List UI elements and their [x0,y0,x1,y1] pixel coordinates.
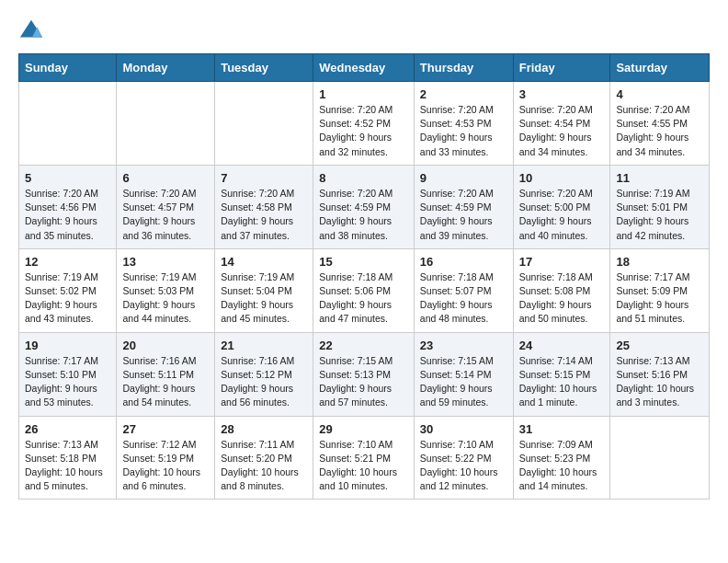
day-of-week-header: Saturday [610,54,710,82]
day-of-week-header: Tuesday [215,54,313,82]
day-number: 8 [319,171,408,185]
calendar-week-row: 12Sunrise: 7:19 AMSunset: 5:02 PMDayligh… [19,248,710,332]
day-info: Sunrise: 7:16 AMSunset: 5:11 PMDaylight:… [122,354,209,410]
calendar-day-cell: 9Sunrise: 7:20 AMSunset: 4:59 PMDaylight… [414,165,513,248]
day-of-week-header: Thursday [414,54,513,82]
calendar-day-cell: 7Sunrise: 7:20 AMSunset: 4:58 PMDaylight… [215,165,313,248]
calendar-day-cell [117,82,215,166]
calendar-week-row: 5Sunrise: 7:20 AMSunset: 4:56 PMDaylight… [19,165,710,248]
calendar-day-cell: 4Sunrise: 7:20 AMSunset: 4:55 PMDaylight… [610,82,710,166]
calendar-day-cell: 13Sunrise: 7:19 AMSunset: 5:03 PMDayligh… [117,248,215,332]
calendar-day-cell: 29Sunrise: 7:10 AMSunset: 5:21 PMDayligh… [313,416,415,500]
day-number: 13 [122,255,209,269]
day-info: Sunrise: 7:19 AMSunset: 5:02 PMDaylight:… [25,270,110,327]
day-number: 29 [319,422,408,436]
day-info: Sunrise: 7:12 AMSunset: 5:19 PMDaylight:… [122,438,209,494]
day-info: Sunrise: 7:14 AMSunset: 5:15 PMDaylight:… [519,354,605,410]
calendar-day-cell: 28Sunrise: 7:11 AMSunset: 5:20 PMDayligh… [215,416,313,500]
day-number: 24 [519,339,605,352]
day-info: Sunrise: 7:10 AMSunset: 5:22 PMDaylight:… [420,438,507,494]
day-number: 6 [122,171,209,185]
day-info: Sunrise: 7:15 AMSunset: 5:14 PMDaylight:… [420,354,507,410]
day-info: Sunrise: 7:13 AMSunset: 5:18 PMDaylight:… [25,438,110,494]
calendar-day-cell: 2Sunrise: 7:20 AMSunset: 4:53 PMDaylight… [414,82,513,166]
day-info: Sunrise: 7:20 AMSunset: 4:55 PMDaylight:… [616,103,703,159]
day-info: Sunrise: 7:17 AMSunset: 5:09 PMDaylight:… [616,270,703,327]
day-number: 20 [122,339,209,352]
day-info: Sunrise: 7:20 AMSunset: 4:58 PMDaylight:… [221,187,307,243]
day-number: 15 [319,255,408,269]
day-info: Sunrise: 7:18 AMSunset: 5:06 PMDaylight:… [319,270,408,327]
calendar-day-cell: 21Sunrise: 7:16 AMSunset: 5:12 PMDayligh… [215,332,313,416]
calendar-day-cell: 20Sunrise: 7:16 AMSunset: 5:11 PMDayligh… [117,332,215,416]
calendar-day-cell: 1Sunrise: 7:20 AMSunset: 4:52 PMDaylight… [313,82,415,166]
day-number: 17 [519,255,605,269]
day-of-week-header: Sunday [19,54,117,82]
calendar-day-cell: 16Sunrise: 7:18 AMSunset: 5:07 PMDayligh… [414,248,513,332]
calendar-day-cell [215,82,313,166]
calendar-day-cell: 3Sunrise: 7:20 AMSunset: 4:54 PMDaylight… [513,82,610,166]
calendar-day-cell: 19Sunrise: 7:17 AMSunset: 5:10 PMDayligh… [19,332,117,416]
day-info: Sunrise: 7:20 AMSunset: 4:53 PMDaylight:… [420,103,507,159]
day-number: 25 [616,339,703,352]
day-info: Sunrise: 7:20 AMSunset: 4:59 PMDaylight:… [319,187,408,243]
calendar-day-cell: 11Sunrise: 7:19 AMSunset: 5:01 PMDayligh… [610,165,710,248]
calendar-day-cell: 27Sunrise: 7:12 AMSunset: 5:19 PMDayligh… [117,416,215,500]
day-number: 2 [420,87,507,101]
day-info: Sunrise: 7:17 AMSunset: 5:10 PMDaylight:… [25,354,110,410]
day-number: 3 [519,87,605,101]
day-number: 31 [519,422,605,436]
day-number: 11 [616,171,703,185]
day-number: 7 [221,171,307,185]
calendar-day-cell: 23Sunrise: 7:15 AMSunset: 5:14 PMDayligh… [414,332,513,416]
calendar-day-cell: 17Sunrise: 7:18 AMSunset: 5:08 PMDayligh… [513,248,610,332]
calendar-week-row: 26Sunrise: 7:13 AMSunset: 5:18 PMDayligh… [19,416,710,500]
day-info: Sunrise: 7:20 AMSunset: 5:00 PMDaylight:… [519,187,605,243]
day-info: Sunrise: 7:20 AMSunset: 4:54 PMDaylight:… [519,103,605,159]
day-number: 1 [319,87,408,101]
calendar-day-cell: 30Sunrise: 7:10 AMSunset: 5:22 PMDayligh… [414,416,513,500]
calendar-day-cell: 24Sunrise: 7:14 AMSunset: 5:15 PMDayligh… [513,332,610,416]
day-info: Sunrise: 7:16 AMSunset: 5:12 PMDaylight:… [221,354,307,410]
day-info: Sunrise: 7:15 AMSunset: 5:13 PMDaylight:… [319,354,408,410]
calendar-week-row: 1Sunrise: 7:20 AMSunset: 4:52 PMDaylight… [19,82,710,166]
day-info: Sunrise: 7:20 AMSunset: 4:52 PMDaylight:… [319,103,408,159]
calendar-day-cell: 10Sunrise: 7:20 AMSunset: 5:00 PMDayligh… [513,165,610,248]
day-number: 14 [221,255,307,269]
day-info: Sunrise: 7:19 AMSunset: 5:01 PMDaylight:… [616,187,703,243]
calendar-day-cell: 6Sunrise: 7:20 AMSunset: 4:57 PMDaylight… [117,165,215,248]
day-number: 19 [25,339,110,352]
day-number: 5 [25,171,110,185]
day-info: Sunrise: 7:11 AMSunset: 5:20 PMDaylight:… [221,438,307,494]
day-info: Sunrise: 7:13 AMSunset: 5:16 PMDaylight:… [616,354,703,410]
calendar-day-cell: 12Sunrise: 7:19 AMSunset: 5:02 PMDayligh… [19,248,117,332]
calendar-day-cell: 5Sunrise: 7:20 AMSunset: 4:56 PMDaylight… [19,165,117,248]
calendar-table: SundayMondayTuesdayWednesdayThursdayFrid… [18,53,710,500]
calendar-day-cell: 8Sunrise: 7:20 AMSunset: 4:59 PMDaylight… [313,165,415,248]
day-number: 26 [25,422,110,436]
day-of-week-header: Wednesday [313,54,415,82]
logo [18,18,48,44]
day-info: Sunrise: 7:18 AMSunset: 5:08 PMDaylight:… [519,270,605,327]
calendar-day-cell: 25Sunrise: 7:13 AMSunset: 5:16 PMDayligh… [610,332,710,416]
day-info: Sunrise: 7:09 AMSunset: 5:23 PMDaylight:… [519,438,605,494]
day-info: Sunrise: 7:10 AMSunset: 5:21 PMDaylight:… [319,438,408,494]
day-number: 18 [616,255,703,269]
day-number: 21 [221,339,307,352]
calendar-day-cell [610,416,710,500]
day-info: Sunrise: 7:20 AMSunset: 4:57 PMDaylight:… [122,187,209,243]
calendar-day-cell: 15Sunrise: 7:18 AMSunset: 5:06 PMDayligh… [313,248,415,332]
day-number: 22 [319,339,408,352]
logo-icon [18,18,44,44]
day-info: Sunrise: 7:20 AMSunset: 4:59 PMDaylight:… [420,187,507,243]
day-number: 28 [221,422,307,436]
day-info: Sunrise: 7:19 AMSunset: 5:03 PMDaylight:… [122,270,209,327]
day-info: Sunrise: 7:20 AMSunset: 4:56 PMDaylight:… [25,187,110,243]
day-number: 23 [420,339,507,352]
day-info: Sunrise: 7:18 AMSunset: 5:07 PMDaylight:… [420,270,507,327]
day-number: 9 [420,171,507,185]
calendar-day-cell: 22Sunrise: 7:15 AMSunset: 5:13 PMDayligh… [313,332,415,416]
calendar-day-cell: 31Sunrise: 7:09 AMSunset: 5:23 PMDayligh… [513,416,610,500]
day-number: 4 [616,87,703,101]
calendar-header: SundayMondayTuesdayWednesdayThursdayFrid… [19,54,710,82]
